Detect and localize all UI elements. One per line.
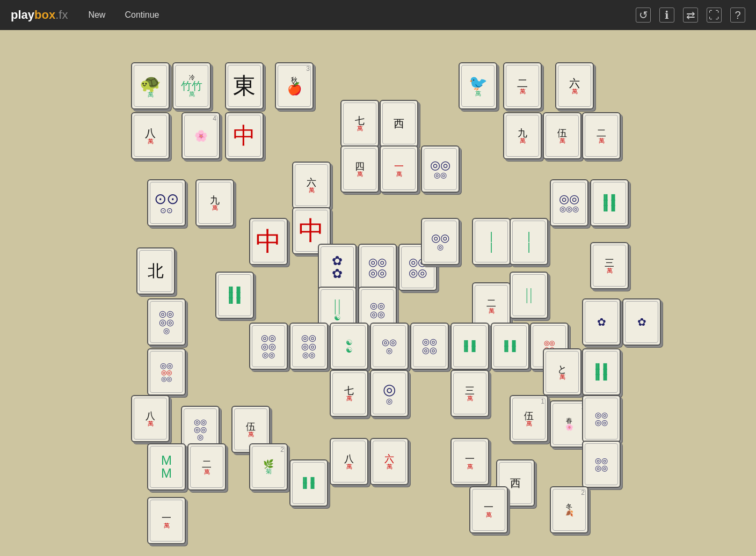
tile[interactable]: 一 萬 <box>380 145 418 193</box>
tile[interactable]: | | <box>472 218 511 265</box>
tile[interactable]: 二 萬 <box>503 62 542 109</box>
tile[interactable]: 3 秋 🍎 <box>275 62 314 109</box>
help-icon[interactable]: ? <box>730 8 745 23</box>
tile[interactable]: 六 萬 <box>370 438 409 485</box>
tile[interactable]: 六 萬 <box>555 62 594 109</box>
tile[interactable]: 冷 竹竹 萬 <box>172 62 211 109</box>
tile[interactable]: 北 <box>136 247 175 295</box>
tile[interactable]: 九 萬 <box>503 112 542 159</box>
header-icons: ↺ ℹ ⇄ ⛶ ? <box>636 8 745 23</box>
game-area: 🐢 萬 冷 竹竹 萬 東 3 秋 🍎 🐦 <box>0 30 756 556</box>
tile[interactable]: ⊙⊙ ⊙⊙ <box>147 179 186 226</box>
tile[interactable]: ✿ <box>622 298 661 346</box>
tile[interactable]: 中 <box>225 112 264 159</box>
tile[interactable]: 一 萬 <box>469 486 508 533</box>
info-icon[interactable]: ℹ <box>659 8 674 23</box>
logo-fx: .fx <box>55 8 68 21</box>
header: playbox.fx New Continue ↺ ℹ ⇄ ⛶ ? <box>0 0 756 30</box>
tile[interactable]: 一 萬 <box>450 438 489 485</box>
tile[interactable]: ◎◎ ◎◎◎ <box>550 179 588 226</box>
tile[interactable]: 2 🌿 菊 <box>249 443 288 491</box>
tile[interactable]: 🐢 萬 <box>131 62 170 109</box>
tile[interactable]: ◎◎ ◎◎ <box>582 441 621 488</box>
tile[interactable]: ◎◎ ◎◎ ◎◎ <box>147 348 186 396</box>
tile[interactable]: 七 萬 <box>330 370 368 417</box>
tile[interactable]: ▐▌▐▌ ▐▌▐▌ ▐▌▐▌ <box>590 179 629 226</box>
mahjong-board: 🐢 萬 冷 竹竹 萬 東 3 秋 🍎 🐦 <box>67 35 689 551</box>
tile[interactable]: ◎◎ ◎◎ ◎◎ <box>249 323 288 370</box>
tile[interactable]: ▐▌▐▌ ▐▌▐▌ <box>289 459 328 507</box>
tile[interactable]: と 萬 <box>543 348 581 396</box>
tile[interactable]: ◎◎ ◎◎ ◎◎ <box>289 323 328 370</box>
tile[interactable]: 中 <box>249 218 288 265</box>
continue-button[interactable]: Continue <box>120 8 163 22</box>
tile[interactable]: 🐦 萬 <box>459 62 497 109</box>
new-button[interactable]: New <box>84 8 110 22</box>
tile[interactable]: ◎ ◎ <box>370 370 409 417</box>
tile[interactable]: | | <box>510 218 548 265</box>
tile[interactable]: ☯ ☯ <box>330 323 368 370</box>
tile[interactable]: 七 萬 <box>340 100 379 147</box>
tile[interactable]: ▐▌▐▌ ▐▌▐▌ <box>450 323 489 370</box>
tile[interactable]: 二 萬 <box>187 443 226 491</box>
tile[interactable]: 西 <box>380 100 418 147</box>
logo-play: play <box>11 8 34 21</box>
tile[interactable]: 八 萬 <box>131 112 170 159</box>
restart-icon[interactable]: ↺ <box>636 8 651 23</box>
shuffle-icon[interactable]: ⇄ <box>683 8 698 23</box>
tile[interactable]: 2 冬 🍂 <box>550 486 588 533</box>
tile[interactable]: ▐▌▐▌ ▐▌▐▌ <box>491 323 529 370</box>
tile[interactable]: ◎◎ ◎◎ <box>421 145 460 193</box>
tile[interactable]: ▐▌▐▌ ▐▌▐▌ ▐▌▐▌ <box>582 348 621 396</box>
tile[interactable]: 三 萬 <box>590 242 629 289</box>
tile[interactable]: 伍 萬 <box>543 112 581 159</box>
tile[interactable]: 東 <box>225 62 264 109</box>
tile[interactable]: ◎◎ ◎ <box>421 218 460 265</box>
tile[interactable]: ◎◎ ◎◎ <box>410 323 449 370</box>
tile[interactable]: ◎◎ ◎◎ <box>358 244 397 291</box>
tile[interactable]: 1 伍 萬 <box>510 395 548 442</box>
tile[interactable]: 4 🌸 <box>181 112 220 159</box>
tile[interactable]: ✿ ✿ <box>318 244 357 291</box>
logo-box: box <box>34 8 55 21</box>
fullscreen-icon[interactable]: ⛶ <box>707 8 722 23</box>
tile[interactable]: M M <box>147 443 186 491</box>
tile[interactable]: ◎◎ ◎◎ <box>582 395 621 442</box>
tile[interactable]: 八 萬 <box>131 395 170 442</box>
tile[interactable]: ✿ <box>582 298 621 346</box>
tile[interactable]: 四 萬 <box>340 145 379 193</box>
tile[interactable]: ▐▌▐▌ ▐▌▐▌ ▐▌▐▌ <box>215 272 254 319</box>
tile[interactable]: 九 萬 <box>195 179 234 226</box>
tile[interactable]: ◎◎ ◎ <box>370 323 409 370</box>
tile[interactable]: 二 萬 <box>582 112 621 159</box>
tile[interactable]: 一 萬 <box>147 497 186 544</box>
tile[interactable]: 三 萬 <box>450 370 489 417</box>
tile[interactable]: 六 萬 <box>292 162 331 209</box>
logo: playbox.fx <box>11 8 68 22</box>
tile[interactable]: ◎◎ ◎◎ ◎ <box>147 298 186 346</box>
tile[interactable]: 八 萬 <box>330 438 368 485</box>
tile[interactable]: | | | | <box>510 272 548 319</box>
